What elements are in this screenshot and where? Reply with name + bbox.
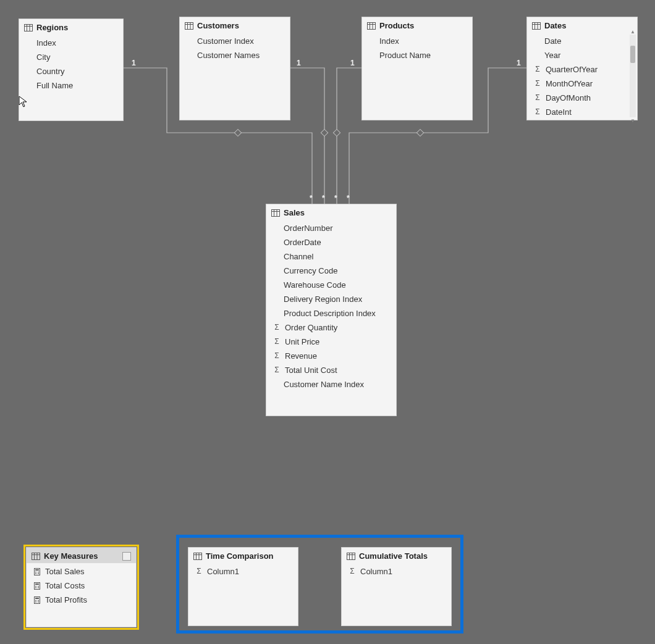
table-dates[interactable]: Dates Date Year QuarterOfYear MonthOfYea… (526, 17, 638, 120)
table-header-key-measures[interactable]: Key Measures (27, 548, 136, 563)
field-label: Total Profits (45, 594, 87, 606)
sigma-icon (195, 567, 203, 576)
field-label: Country (36, 65, 65, 77)
field-list: OrderNumber OrderDate Channel Currency C… (266, 220, 396, 396)
svg-point-43 (38, 600, 39, 601)
svg-rect-20 (272, 209, 280, 216)
table-regions[interactable]: Regions Index City Country Full Name (19, 19, 124, 121)
svg-point-30 (35, 571, 36, 572)
field-row[interactable]: Date (527, 34, 630, 48)
measure-icon (33, 596, 41, 604)
table-header-cumulative-totals[interactable]: Cumulative Totals (342, 548, 451, 563)
field-row[interactable]: OrderDate (266, 235, 396, 249)
field-row[interactable]: Full Name (19, 78, 123, 93)
field-row[interactable]: Customer Index (180, 34, 290, 48)
field-row[interactable]: Revenue (266, 349, 396, 363)
table-header-sales[interactable]: Sales (266, 204, 396, 220)
scroll-up-icon[interactable]: ▲ (630, 28, 636, 35)
svg-point-37 (38, 585, 39, 587)
field-label: DateInt (546, 106, 572, 118)
field-row[interactable]: Delivery Region Index (266, 292, 396, 306)
field-list: Column1 (342, 563, 451, 583)
field-row[interactable]: Warehouse Code (266, 278, 396, 292)
field-row[interactable]: DateInt (527, 105, 630, 119)
table-time-comparison[interactable]: Time Comparison Column1 (188, 547, 298, 626)
field-row[interactable]: Order Quantity (266, 320, 396, 335)
table-title: Key Measures (44, 551, 98, 561)
table-cumulative-totals[interactable]: Cumulative Totals Column1 (341, 547, 452, 626)
table-key-measures[interactable]: Key Measures Total Sales Total Costs Tot… (26, 547, 137, 627)
field-row[interactable]: Column1 (188, 564, 298, 579)
field-row[interactable]: Currency Code (266, 264, 396, 278)
field-label: Total Costs (45, 580, 85, 592)
svg-rect-8 (185, 22, 193, 29)
svg-point-45 (38, 601, 39, 603)
table-customers[interactable]: Customers Customer Index Customer Names (179, 17, 290, 120)
field-row[interactable]: City (19, 50, 123, 64)
table-header-customers[interactable]: Customers (180, 17, 290, 33)
field-row[interactable]: OrderNumber (266, 221, 396, 235)
field-label: Customer Index (197, 35, 254, 47)
sigma-icon (273, 366, 281, 375)
svg-point-36 (35, 585, 36, 587)
field-label: Total Sales (45, 566, 85, 577)
svg-rect-0 (234, 129, 241, 136)
model-canvas[interactable]: 1 * 1 * 1 * 1 * Regions Index City Count… (0, 0, 655, 644)
table-products[interactable]: Products Index Product Name (361, 17, 473, 120)
field-row[interactable]: Product Description Index (266, 306, 396, 320)
field-row[interactable]: Year (527, 48, 630, 62)
field-row[interactable]: Total Unit Cost (266, 363, 396, 377)
field-row[interactable]: Total Sales (27, 564, 136, 579)
scrollbar[interactable]: ▲ ▼ (630, 35, 636, 117)
table-header-products[interactable]: Products (362, 17, 472, 33)
field-label: Full Name (36, 80, 73, 91)
field-row[interactable]: Index (19, 36, 123, 50)
svg-rect-24 (32, 553, 40, 559)
field-label: Date (544, 35, 561, 47)
table-icon (367, 22, 376, 30)
field-list: Index Product Name (362, 33, 472, 67)
table-icon (271, 209, 280, 217)
field-row[interactable]: Column1 (342, 564, 451, 579)
table-sales[interactable]: Sales OrderNumber OrderDate Channel Curr… (266, 204, 397, 416)
field-row[interactable]: QuarterOfYear (527, 62, 630, 77)
table-header-regions[interactable]: Regions (19, 19, 123, 35)
svg-rect-50 (347, 553, 355, 559)
field-label: Year (544, 49, 560, 61)
field-row[interactable]: Customer Name Index (266, 377, 396, 391)
field-row[interactable]: Unit Price (266, 335, 396, 349)
svg-point-38 (35, 587, 36, 588)
table-title: Sales (284, 208, 305, 217)
field-label: Currency Code (284, 265, 337, 277)
field-row[interactable]: Total Costs (27, 579, 136, 593)
field-row[interactable]: Product Name (362, 48, 472, 62)
field-row[interactable]: Customer Names (180, 48, 290, 62)
measure-icon (33, 582, 41, 590)
svg-point-42 (35, 600, 36, 601)
table-header-time-comparison[interactable]: Time Comparison (188, 548, 298, 563)
field-label: Column1 (207, 566, 239, 577)
field-label: Unit Price (285, 336, 319, 348)
table-title: Products (379, 21, 414, 30)
field-label: Revenue (285, 350, 317, 362)
field-label: Index (379, 35, 399, 47)
table-title: Regions (36, 23, 68, 32)
table-icon (32, 553, 40, 560)
field-row[interactable]: DayOfMonth (527, 91, 630, 105)
field-row[interactable]: Country (19, 64, 123, 78)
table-icon (24, 24, 33, 31)
table-icon (347, 553, 355, 560)
field-row[interactable]: Index (362, 34, 472, 48)
svg-rect-1 (321, 129, 328, 136)
scroll-thumb[interactable] (630, 46, 635, 63)
scroll-down-icon[interactable]: ▼ (630, 117, 636, 123)
field-label: Warehouse Code (284, 279, 346, 291)
field-label: Channel (284, 251, 313, 262)
header-context-icon[interactable] (122, 552, 131, 561)
table-header-dates[interactable]: Dates (527, 17, 637, 33)
field-row[interactable]: MonthOfYear (527, 77, 630, 91)
field-row[interactable]: Total Profits (27, 593, 136, 607)
svg-point-44 (35, 601, 36, 603)
svg-rect-46 (194, 553, 202, 559)
field-row[interactable]: Channel (266, 249, 396, 264)
